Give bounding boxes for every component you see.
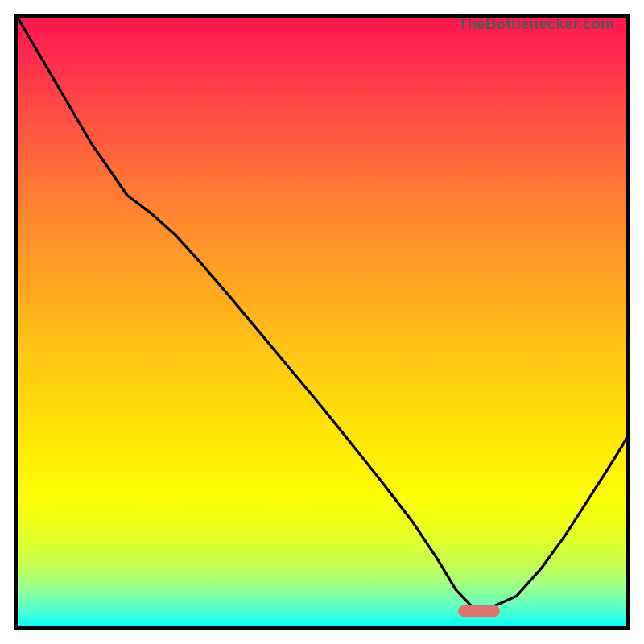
chart-frame: TheBottlenecker.com — [14, 14, 630, 630]
plot-area — [18, 18, 626, 626]
bottleneck-curve — [18, 18, 626, 626]
watermark-label: TheBottlenecker.com — [458, 15, 614, 33]
optimal-marker — [458, 605, 500, 617]
